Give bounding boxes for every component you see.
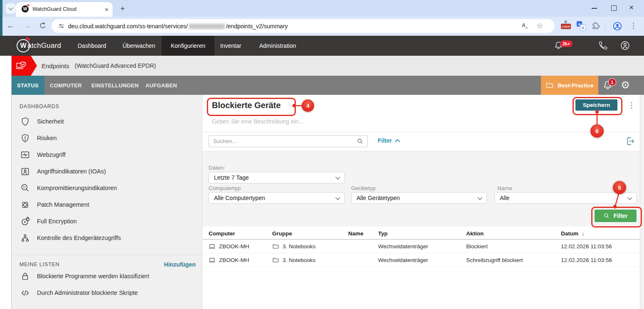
notification-count-badge: 2k+ [560,40,573,47]
svg-text:a: a [526,26,528,30]
filter-toggle[interactable]: Filter [378,137,399,144]
tab-aufgaben[interactable]: AUFGABEN [145,76,177,95]
col-aktion[interactable]: Aktion [466,230,561,237]
toolbar-divider [605,22,606,30]
col-computer[interactable]: Computer [209,230,272,237]
cell-gruppe: 3. Notebooks [283,243,316,250]
export-icon[interactable] [624,136,636,148]
login-extension-icon[interactable]: LOGIN [560,20,571,30]
address-bar[interactable]: deu.cloud.watchguard.com/ss-tenant/servi… [52,19,555,33]
save-button[interactable]: Speichern [575,99,617,111]
sidebar-item-patch-management[interactable]: Patch Management [11,196,202,213]
new-tab-button[interactable]: + [118,4,128,14]
col-gruppe[interactable]: Gruppe [272,230,348,237]
search-icon[interactable] [356,138,364,145]
best-practice-button[interactable]: Best-Practice [541,76,598,95]
sidebar-item-full-encryption[interactable]: Full Encryption [11,213,202,230]
nav-item-ueberwachen[interactable]: Überwachen [122,36,156,56]
cell-aktion: Blockiert [466,243,561,250]
lock-icon [20,271,30,282]
computertyp-select[interactable]: Alle Computertypen [209,192,345,204]
breadcrumb: Endpoints (WatchGuard Advanced EPDR) [42,56,156,76]
daten-select[interactable]: Letzte 7 Tage [209,172,345,183]
watchguard-logo-word: atchGuard [27,42,61,50]
browser-menu-kebab-icon[interactable]: ⋮ [630,21,637,30]
window-close-button[interactable]: × [629,3,634,12]
device-access-control-icon [20,233,30,243]
support-phone-icon[interactable] [598,41,608,52]
list-title[interactable]: Blockierte Geräte [212,101,281,110]
sort-desc-icon[interactable]: ↓ [582,230,585,237]
sidebar-item-blockierte-skripte[interactable]: Durch Administrator blockierte Skripte [11,284,202,301]
site-settings-icon[interactable] [58,22,65,31]
bookmark-star-icon[interactable]: ☆ [536,21,543,30]
geraetetyp-select[interactable]: Alle Gerätetypen [351,192,487,204]
tab-computer[interactable]: COMPUTER [50,76,82,95]
folder-icon [272,243,279,250]
more-options-kebab-icon[interactable]: ⋮ [628,101,635,109]
sidebar-item-blockierte-programme[interactable]: Blockierte Programme werden klassifizier… [11,268,202,284]
tab-search-button[interactable] [5,3,16,14]
browser-tab[interactable]: W WatchGuard Cloud × [16,2,113,17]
computertyp-select-value: Alle Computertypen [214,195,265,201]
filter-apply-button[interactable]: Filter [595,210,637,222]
account-person-icon[interactable] [620,40,630,52]
watchguard-cloud-window: W WatchGuard Cloud × + × ← → deu.cloud.w… [0,0,644,309]
cell-gruppe: 3. Notebooks [283,257,316,263]
reload-button[interactable] [38,22,46,31]
col-name[interactable]: Name [348,230,378,237]
laptop-icon [209,257,216,264]
nav-item-dashboard[interactable]: Dashboard [77,36,107,56]
col-datum[interactable]: Datum ↓ [561,230,638,237]
breadcrumb-service: Endpoints [42,62,69,69]
table-row[interactable]: ZBOOK-MH 3. Notebooks Wechseldatenträger… [202,240,640,253]
window-minimize-button[interactable] [592,8,597,9]
callout-5: 5 [613,181,626,194]
forward-button[interactable]: → [23,21,31,31]
attack-indicators-icon [20,166,30,177]
sidebar-item-kompromittierungsindikatoren[interactable]: Kompromittierungsindikatoren [11,180,202,196]
best-practice-label: Best-Practice [558,82,593,89]
search-box[interactable] [209,135,368,147]
sidebar-item-risiken[interactable]: Risiken [11,130,202,146]
col-typ[interactable]: Typ [378,230,466,237]
tab-close-icon[interactable]: × [105,6,108,13]
computertyp-label: Computertyp [209,185,241,191]
watchguard-logo[interactable]: W atchGuard [17,36,61,56]
description-placeholder[interactable]: Geben Sie eine Beschreibung ein... [212,118,303,125]
sidebar-item-webzugriff[interactable]: Webzugriff [11,146,202,163]
my-lists-section: MEINE LISTEN Hinzufügen Blockierte Progr… [11,255,202,301]
nav-item-inventar[interactable]: Inventar [219,36,242,56]
translate-page-icon[interactable]: Aa [521,22,529,31]
translate-square-2: A [580,25,586,31]
status-sidebar: DASHBOARDS Sicherheit Risiken Webzugriff… [11,95,202,309]
tab-einstellungen[interactable]: EINSTELLUNGEN [91,76,139,95]
window-maximize-button[interactable] [611,5,617,11]
breadcrumb-product: (WatchGuard Advanced EPDR) [75,62,156,69]
table-row[interactable]: ZBOOK-MH 3. Notebooks Wechseldatenträger… [202,253,640,267]
sidebar-item-endgeraetezugriff[interactable]: Kontrolle des Endgerätezugriffs [11,230,202,246]
name-select[interactable]: Alle [494,192,637,204]
nav-item-administration[interactable]: Administration [258,36,297,56]
folder-icon [546,81,554,89]
nav-item-konfigurieren[interactable]: Konfigurieren [162,36,214,56]
translate-extension-icon[interactable]: a A [577,21,586,30]
tab-status[interactable]: STATUS [11,76,44,95]
extensions-puzzle-icon[interactable] [592,22,600,32]
search-input[interactable] [209,138,356,144]
window-edge-accent [0,0,2,36]
name-select-value: Alle [500,195,509,201]
watchguard-favicon-icon: W [22,5,29,12]
url-text[interactable]: deu.cloud.watchguard.com/ss-tenant/servi… [68,22,288,30]
settings-gear-icon[interactable]: ⚙ [621,79,630,91]
sidebar-item-angriffsindikatoren[interactable]: Angriffsindikatoren (IOAs) [11,163,202,180]
add-list-link[interactable]: Hinzufügen [164,261,196,268]
browser-profile-avatar[interactable] [612,21,622,33]
daten-label: Daten: [209,165,225,171]
back-button[interactable]: ← [7,21,15,31]
page-scrollbar[interactable] [640,95,644,309]
sidebar-item-sicherheit[interactable]: Sicherheit [11,113,202,130]
shield-icon [20,116,30,127]
dashboards-header: DASHBOARDS [20,104,202,109]
epdr-tab-bar: STATUS COMPUTER EINSTELLUNGEN AUFGABEN B… [0,76,644,95]
